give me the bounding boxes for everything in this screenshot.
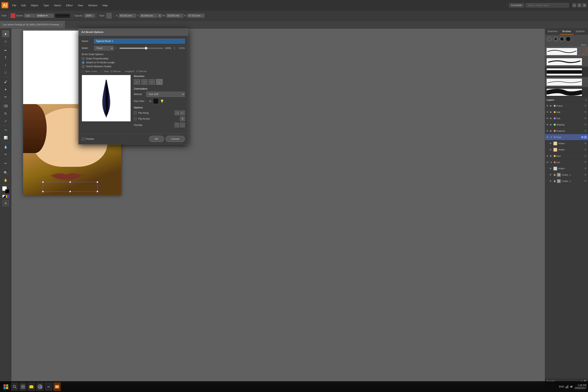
radio-circle-1[interactable] xyxy=(82,57,84,60)
radio-circle-2[interactable] xyxy=(82,61,84,64)
style-swatch[interactable] xyxy=(106,13,112,18)
rotate-tool[interactable]: ↻ xyxy=(2,110,9,117)
type-tool[interactable]: T xyxy=(2,54,9,61)
menu-object[interactable]: Object xyxy=(30,3,39,8)
overlap-icon-2[interactable]: ⌣ xyxy=(180,123,185,128)
warp-tool[interactable]: 〜 xyxy=(2,126,9,134)
layer-item-ears[interactable]: 👁 ▶ Ears O xyxy=(545,153,588,159)
y-input[interactable] xyxy=(140,14,157,18)
expand-face[interactable]: ▼ xyxy=(550,136,553,138)
expand-shading[interactable]: ▶ xyxy=(550,123,553,126)
layer-item-linked1[interactable]: 👁 🔒 🖼 <Linke...> O xyxy=(548,172,588,178)
dir-up-btn[interactable]: ↑ xyxy=(149,79,155,85)
layer-eye-linked1[interactable]: 👁 xyxy=(550,174,552,176)
dir-down-btn[interactable]: ↓ xyxy=(156,79,162,85)
layer-eye-suit[interactable]: 👁 xyxy=(546,117,550,120)
brush-item-4[interactable] xyxy=(545,77,588,87)
expand-suit[interactable]: ▶ xyxy=(550,117,553,120)
layer-item-hair[interactable]: 👁 ▶ Hair O xyxy=(545,109,588,115)
taskbar-start-btn[interactable] xyxy=(2,382,10,391)
panel-options-btn[interactable]: ≡ xyxy=(587,28,588,34)
menu-window[interactable]: Window xyxy=(88,3,98,8)
scale-tool[interactable]: ⤢ xyxy=(2,118,9,124)
menu-type[interactable]: Type xyxy=(42,3,50,8)
line-tool[interactable]: / xyxy=(2,62,9,69)
layer-eye-features[interactable]: 👁 xyxy=(546,130,550,132)
menu-select[interactable]: Select xyxy=(53,3,62,8)
radio-stretch-fit[interactable]: Stretch to Fit Stroke Length xyxy=(82,61,185,64)
layer-item-shading[interactable]: 👁 ▶ Shading O xyxy=(545,122,588,128)
zoom-tool[interactable]: 🔍 xyxy=(2,169,9,176)
width-end-icon[interactable] xyxy=(174,46,177,50)
layer-item-leo-path[interactable]: 👁 <Path> O xyxy=(548,166,588,172)
brush-item-1[interactable] xyxy=(545,46,588,57)
w-input[interactable] xyxy=(166,14,183,18)
layer-item-path2[interactable]: 👁 <Path> O xyxy=(548,146,588,153)
layer-eye-ears[interactable]: 👁 xyxy=(546,155,550,158)
layer-eye-path2[interactable]: 👁 xyxy=(550,148,552,151)
layer-lock-linked2[interactable]: 🔒 xyxy=(553,180,556,182)
menu-edit[interactable]: Edit xyxy=(20,3,26,8)
overlap-icon-1[interactable]: ⌒ xyxy=(175,123,179,128)
minimize-button[interactable]: ─ xyxy=(572,3,576,7)
ok-button[interactable]: OK xyxy=(149,136,164,142)
taskbar-ai-btn[interactable]: Ai xyxy=(53,382,61,391)
slice-tool[interactable]: ✂ xyxy=(2,160,9,167)
brush-item-3[interactable] xyxy=(545,67,588,77)
layer-eye-face[interactable]: 👁 xyxy=(546,136,550,138)
stroke-width-dropdown[interactable]: Uniform ▾ xyxy=(36,14,54,18)
expand-features[interactable]: ▶ xyxy=(550,130,553,132)
expand-frame[interactable]: ▶ xyxy=(550,104,553,107)
art-brush-dialog[interactable]: Art Brush Options Name: Width: Fixed Pre… xyxy=(78,28,188,144)
layer-item-features[interactable]: 👁 ▶ Features O xyxy=(545,128,588,134)
color-method-select[interactable]: Hue Shift None Tints Tints and Shades xyxy=(146,92,185,97)
pencil-tool[interactable]: ✏ xyxy=(2,93,9,100)
stroke-color-swatch[interactable] xyxy=(10,13,15,18)
brush-item-2[interactable] xyxy=(545,57,588,67)
layer-eye-linked2[interactable]: 👁 xyxy=(550,180,552,182)
name-input[interactable] xyxy=(94,39,185,44)
none-stroke[interactable] xyxy=(2,195,6,198)
tab-brushes[interactable]: Brushes xyxy=(560,28,573,34)
flip-across-icon-1[interactable]: ⇅ xyxy=(180,116,185,121)
layer-eye-frame[interactable]: 👁 xyxy=(546,104,550,107)
layer-item-face[interactable]: 👁 ▼ Face ● □ xyxy=(545,134,588,140)
width-start-icon[interactable]: | xyxy=(115,47,118,50)
blob-brush-tool[interactable]: ● xyxy=(2,86,9,93)
key-color-swatch[interactable] xyxy=(153,98,158,104)
brush-dot-1[interactable] xyxy=(547,36,552,42)
width-slider[interactable] xyxy=(120,48,164,49)
essentials-button[interactable]: Essentials xyxy=(509,3,524,8)
layer-lock-linked1[interactable]: 🔒 xyxy=(553,174,556,176)
selection-tool[interactable]: ▲ xyxy=(2,30,9,37)
brush-dot-2[interactable] xyxy=(553,36,558,42)
layer-item-leo[interactable]: 👁 ▼ Leo O xyxy=(545,159,588,166)
taskbar-chrome-btn[interactable] xyxy=(36,382,44,391)
layer-eye-leo-path[interactable]: 👁 xyxy=(550,167,552,170)
gradient-swatch[interactable] xyxy=(6,195,9,198)
opacity-input[interactable] xyxy=(84,14,95,18)
pen-tool[interactable]: ✒ xyxy=(2,47,9,54)
layer-eye-shading[interactable]: 👁 xyxy=(546,123,550,126)
h-input[interactable] xyxy=(187,14,204,18)
eyedropper-btn[interactable]: ⊘ xyxy=(149,100,152,103)
taskbar-explorer-btn[interactable] xyxy=(28,382,35,391)
direct-select-tool[interactable]: ◇ xyxy=(2,38,9,45)
layer-item-suit[interactable]: 👁 ▶ Suit O xyxy=(545,115,588,122)
blend-tool[interactable]: ∞ xyxy=(2,151,9,158)
preview-checkbox[interactable] xyxy=(82,138,84,140)
x-input[interactable] xyxy=(119,14,136,18)
eraser-tool[interactable]: ⌫ xyxy=(2,102,9,110)
radio-stretch-guides[interactable]: Stretch Between Guides xyxy=(82,65,185,68)
layer-item-path1[interactable]: 👁 <Path> O xyxy=(548,140,588,146)
expand-hair[interactable]: ▶ xyxy=(550,111,553,113)
doc-tab-close[interactable]: × xyxy=(61,23,62,26)
tab-swatches[interactable]: Swatches xyxy=(545,28,560,34)
menu-effect[interactable]: Effect xyxy=(65,3,73,8)
flip-along-checkbox[interactable] xyxy=(134,112,136,114)
layer-eye-path1[interactable]: 👁 xyxy=(550,142,552,145)
layers-options-btn[interactable]: ≡ xyxy=(585,99,586,101)
menu-help[interactable]: Help xyxy=(102,3,108,8)
expand-ears[interactable]: ▶ xyxy=(550,155,553,157)
radio-scale-proportionately[interactable]: Scale Proportionately xyxy=(82,57,185,60)
